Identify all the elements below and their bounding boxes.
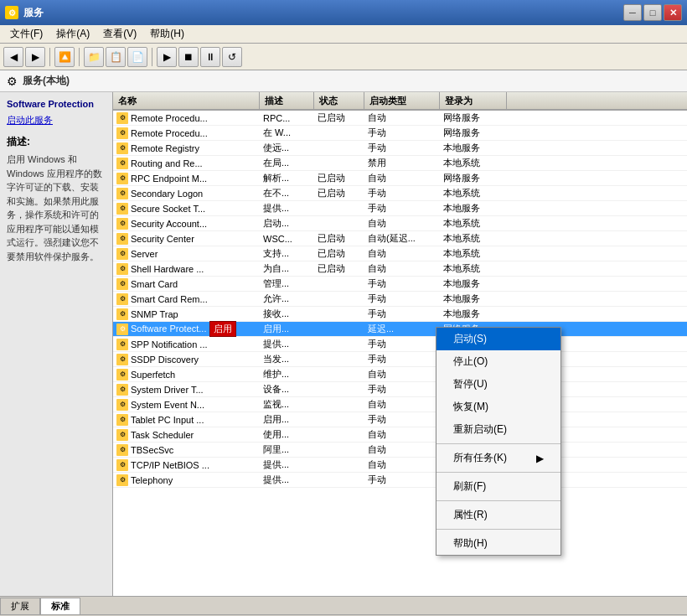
service-name-cell: ⚙Shell Hardware ... [113,263,260,275]
folder-button[interactable]: 📁 [84,47,104,67]
service-desc-cell: 启动... [260,217,314,230]
toolbar-sep-3 [152,48,152,66]
service-row[interactable]: ⚙SNMP Trap接收...手动本地服务 [113,307,687,322]
service-icon: ⚙ [116,369,128,380]
service-icon: ⚙ [116,112,128,124]
service-row[interactable]: ⚙Secure Socket T...提供...手动本地服务 [113,201,687,216]
address-bar: ⚙ 服务(本地) [0,70,687,92]
service-icon: ⚙ [116,429,128,441]
service-row[interactable]: ⚙System Driver T...设备...手动本地系统 [113,382,687,397]
service-startup-cell: 手动 [364,308,440,320]
up-button[interactable]: 🔼 [54,47,75,67]
service-row[interactable]: ⚙Routing and Re...在局...禁用本地系统 [113,156,687,171]
service-startup-cell: 手动 [364,187,440,199]
tab-standard[interactable]: 标准 [40,598,80,614]
sidebar-start-link[interactable]: 启动此服务 [7,115,53,125]
col-header-login[interactable]: 登录为 [440,92,507,109]
service-name-text: Shell Hardware ... [131,264,204,274]
context-menu-item[interactable]: 帮助(H) [436,532,560,555]
main-container: Software Protection 启动此服务 描述: 启用 Windows… [0,92,687,596]
service-row[interactable]: ⚙SPP Notification ...提供...手动服务 [113,337,687,352]
menu-bar: 文件(F) 操作(A) 查看(V) 帮助(H) [0,25,687,44]
service-desc-cell: 维护... [260,368,314,380]
service-row[interactable]: ⚙Smart Card管理...手动本地服务 [113,277,687,292]
service-login-cell: 本地服务 [440,202,507,215]
service-list[interactable]: ⚙Remote Procedu...RPC...已启动自动网络服务⚙Remote… [113,111,687,596]
service-row[interactable]: ⚙Security Account...启动...自动本地系统 [113,216,687,231]
context-menu-item-label: 启动(S) [453,332,487,346]
service-icon: ⚙ [116,263,128,275]
minimize-button[interactable]: ─ [623,4,642,21]
forward-button[interactable]: ▶ [25,47,45,67]
service-row[interactable]: ⚙SSDP Discovery当发...手动本地服务 [113,352,687,367]
service-row[interactable]: ⚙Security CenterWSC...已启动自动(延迟...本地系统 [113,231,687,246]
service-name-text: SPP Notification ... [131,339,208,349]
back-button[interactable]: ◀ [3,47,23,67]
tab-expand[interactable]: 扩展 [0,598,40,614]
pause-button[interactable]: ⏸ [200,47,220,67]
service-row[interactable]: ⚙Remote Registry使远...手动本地服务 [113,141,687,156]
service-startup-cell: 手动 [364,127,440,139]
restart-button[interactable]: ↺ [222,47,242,67]
menu-action[interactable]: 操作(A) [49,25,96,43]
restore-button[interactable]: □ [643,4,662,21]
context-menu-item[interactable]: 重新启动(E) [436,418,560,441]
service-name-cell: ⚙Remote Procedu... [113,127,260,139]
service-name-text: Remote Registry [131,143,199,153]
service-icon: ⚙ [116,444,128,456]
col-header-startup[interactable]: 启动类型 [364,92,440,109]
detail-button[interactable]: 📄 [127,47,147,67]
context-menu-item[interactable]: 恢复(M) [436,396,560,418]
service-row[interactable]: ⚙TBSecSvc阿里...自动本地系统 [113,443,687,458]
context-menu-item[interactable]: 所有任务(K)▶ [436,447,560,469]
stop-button[interactable]: ⏹ [178,47,199,67]
service-name-text: SNMP Trap [131,309,178,319]
service-row[interactable]: ⚙Remote Procedu...RPC...已启动自动网络服务 [113,111,687,126]
context-menu-item[interactable]: 启动(S) [436,328,560,350]
service-row[interactable]: ⚙Tablet PC Input ...启用...手动本地系统 [113,412,687,427]
close-button[interactable]: ✕ [664,4,682,21]
service-startup-cell: 手动 [364,292,440,305]
service-name-text: System Driver T... [131,385,204,395]
service-startup-cell: 自动 [364,368,440,380]
service-startup-cell: 自动 [364,458,440,471]
service-row[interactable]: ⚙Remote Procedu...在 W...手动网络服务 [113,126,687,141]
service-row[interactable]: ⚙Shell Hardware ...为自...已启动自动本地系统 [113,261,687,277]
service-row[interactable]: ⚙Task Scheduler使用...自动本地系统 [113,427,687,443]
service-row[interactable]: ⚙Server支持...已启动自动本地系统 [113,246,687,261]
context-menu-item[interactable]: 停止(O) [436,350,560,373]
context-menu-item[interactable]: 暂停(U) [436,373,560,396]
col-header-name[interactable]: 名称 [113,92,260,109]
service-name-text: Secondary Logon [131,189,203,199]
context-menu-item[interactable]: 刷新(F) [436,475,560,498]
service-status-cell: 已启动 [314,247,364,260]
service-row[interactable]: ⚙Superfetch维护...自动本地系统 [113,367,687,382]
service-desc-cell: 在 W... [260,127,314,139]
col-header-desc[interactable]: 描述 [260,92,314,109]
service-row[interactable]: ⚙System Event N...监视...自动本地系统 [113,397,687,412]
service-name-cell: ⚙Security Account... [113,218,260,230]
menu-file[interactable]: 文件(F) [3,25,49,43]
context-menu-item[interactable]: 属性(R) [436,504,560,526]
service-status-cell: 已启动 [314,232,364,245]
list-button[interactable]: 📋 [106,47,126,67]
service-row[interactable]: ⚙Telephony提供...手动网络服务 [113,473,687,488]
play-button[interactable]: ▶ [157,47,177,67]
col-header-status[interactable]: 状态 [314,92,364,109]
service-row[interactable]: ⚙Smart Card Rem...允许...手动本地服务 [113,292,687,307]
service-name-text: Task Scheduler [131,430,194,440]
service-startup-cell: 自动 [364,172,440,184]
service-row[interactable]: ⚙Secondary Logon在不...已启动手动本地系统 [113,186,687,201]
service-name-cell: ⚙TCP/IP NetBIOS ... [113,459,260,471]
service-row[interactable]: ⚙RPC Endpoint M...解析...已启动自动网络服务 [113,171,687,186]
menu-view[interactable]: 查看(V) [96,25,143,43]
service-name-text: TCP/IP NetBIOS ... [131,460,209,470]
service-startup-cell: 手动 [364,277,440,290]
service-name-cell: ⚙Smart Card [113,278,260,290]
service-name-cell: ⚙Superfetch [113,369,260,380]
service-startup-cell: 自动 [364,428,440,441]
menu-help[interactable]: 帮助(H) [143,25,191,43]
service-row[interactable]: ⚙Software Protect... 启用启用...延迟...网络服务 [113,322,687,337]
service-row[interactable]: ⚙TCP/IP NetBIOS ...提供...自动本地服务 [113,458,687,473]
service-icon: ⚙ [116,278,128,290]
